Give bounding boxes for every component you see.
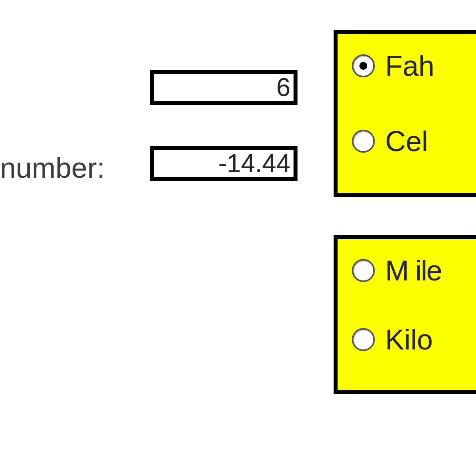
celsius-option[interactable]: Cel xyxy=(352,125,428,157)
celsius-label: Cel xyxy=(385,125,428,157)
kilometers-option[interactable]: Kilo xyxy=(352,323,433,356)
input-number-field[interactable]: 6 xyxy=(150,70,298,105)
temperature-options-panel: Fah Cel xyxy=(334,30,476,197)
radio-icon xyxy=(352,328,375,351)
output-number-value: -14.44 xyxy=(219,149,290,178)
distance-options-panel: M ile Kilo xyxy=(334,235,476,394)
radio-icon xyxy=(352,259,375,282)
miles-option[interactable]: M ile xyxy=(352,254,441,287)
radio-icon xyxy=(352,130,375,153)
fahrenheit-option[interactable]: Fah xyxy=(352,50,434,82)
radio-icon xyxy=(352,54,375,77)
output-number-field: -14.44 xyxy=(150,146,298,181)
miles-label: M ile xyxy=(385,254,441,287)
number-label: number: xyxy=(0,152,105,184)
kilometers-label: Kilo xyxy=(385,323,433,356)
input-number-value: 6 xyxy=(276,73,290,102)
fahrenheit-label: Fah xyxy=(385,50,434,82)
